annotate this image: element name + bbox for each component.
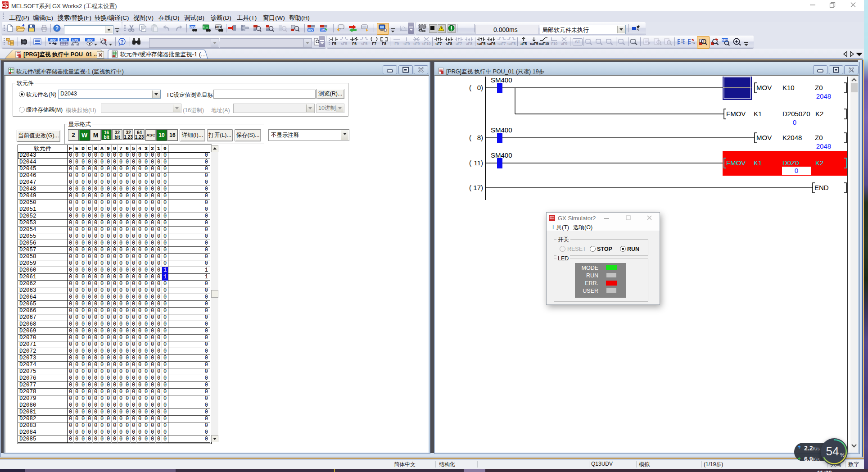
svg-text:2048: 2048: [816, 92, 831, 100]
svg-text:END: END: [814, 184, 829, 191]
svg-text:K1: K1: [754, 110, 762, 118]
svg-text:11): 11): [474, 159, 483, 167]
svg-text:Dev: Dev: [50, 38, 56, 41]
svg-text:0: 0: [795, 167, 798, 174]
svg-text:K1: K1: [754, 159, 762, 167]
svg-text:K2: K2: [815, 110, 823, 118]
svg-text:HEX: HEX: [215, 25, 222, 29]
svg-text:D0Z0: D0Z0: [782, 159, 799, 167]
svg-text:?: ?: [121, 39, 124, 45]
svg-text:Dev: Dev: [190, 25, 195, 28]
svg-text:SM400: SM400: [491, 77, 512, 84]
svg-text:(: (: [469, 84, 471, 91]
svg-text:D2050Z0: D2050Z0: [782, 110, 810, 118]
svg-text:(: (: [469, 184, 471, 191]
svg-text:Dev: Dev: [308, 28, 313, 32]
svg-text:FMOV: FMOV: [726, 159, 746, 167]
svg-text:17): 17): [473, 184, 483, 191]
svg-text:MOV: MOV: [756, 134, 772, 141]
svg-text:54: 54: [826, 445, 839, 458]
svg-text:?: ?: [55, 25, 59, 32]
svg-text:0: 0: [793, 118, 796, 126]
svg-text:Dev: Dev: [87, 38, 93, 41]
svg-text:8): 8): [477, 134, 483, 141]
svg-text:Dev: Dev: [72, 38, 78, 41]
svg-text:0): 0): [477, 84, 483, 91]
svg-text:(: (: [469, 159, 471, 167]
svg-text:%: %: [840, 452, 845, 458]
svg-text:Dev: Dev: [61, 38, 67, 41]
svg-text:Z0: Z0: [815, 84, 823, 91]
svg-text:K10: K10: [782, 84, 795, 91]
svg-text:SM400: SM400: [491, 151, 512, 159]
svg-text:2048: 2048: [816, 142, 831, 150]
svg-text:(: (: [469, 134, 471, 141]
svg-text:K2: K2: [815, 159, 823, 167]
svg-text:MOV: MOV: [756, 84, 772, 91]
svg-text:Z0: Z0: [815, 134, 823, 141]
svg-text:SM400: SM400: [491, 126, 512, 134]
svg-text:K2048: K2048: [782, 134, 802, 141]
svg-text:FMOV: FMOV: [726, 110, 746, 118]
